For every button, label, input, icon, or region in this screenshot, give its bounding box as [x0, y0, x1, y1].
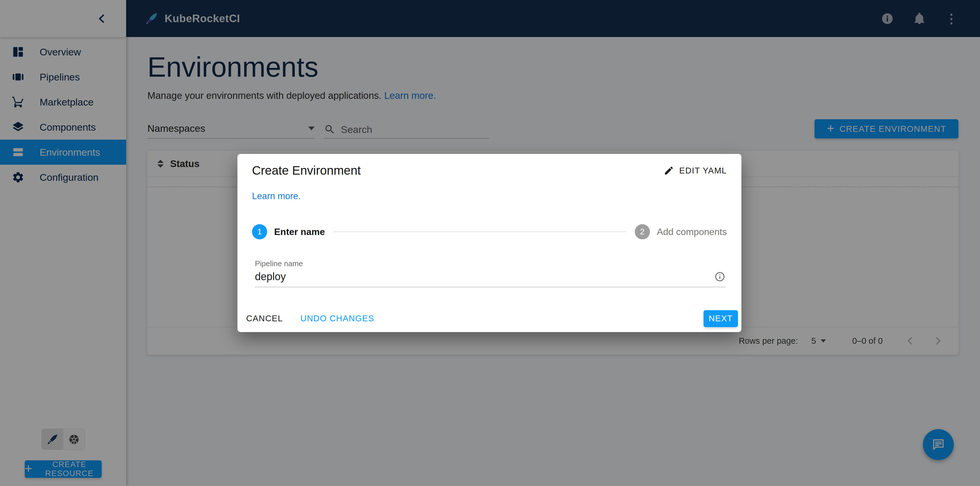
cancel-button[interactable]: CANCEL	[241, 309, 288, 328]
stepper: 1 Enter name 2 Add components	[252, 224, 727, 239]
dialog-learn-more-link[interactable]: Learn more.	[252, 191, 301, 201]
create-environment-dialog: Create Environment EDIT YAML Learn more.…	[237, 154, 741, 332]
undo-changes-button[interactable]: UNDO CHANGES	[295, 309, 380, 328]
step-connector	[334, 231, 626, 232]
pipeline-name-input[interactable]	[255, 271, 714, 283]
step-1-indicator: 1	[252, 224, 267, 239]
pipeline-name-field: Pipeline name	[255, 259, 725, 287]
step-2-indicator: 2	[635, 224, 650, 239]
info-outline-icon[interactable]	[714, 271, 725, 282]
step-1-label: Enter name	[274, 226, 325, 237]
edit-yaml-button[interactable]: EDIT YAML	[663, 165, 727, 176]
pencil-icon	[663, 165, 674, 176]
next-button[interactable]: NEXT	[703, 310, 738, 327]
dialog-title: Create Environment	[252, 164, 361, 178]
pipeline-name-label: Pipeline name	[255, 259, 725, 268]
step-2-label: Add components	[657, 226, 727, 237]
dialog-actions: CANCEL UNDO CHANGES NEXT	[241, 309, 738, 328]
edit-yaml-label: EDIT YAML	[679, 166, 727, 175]
